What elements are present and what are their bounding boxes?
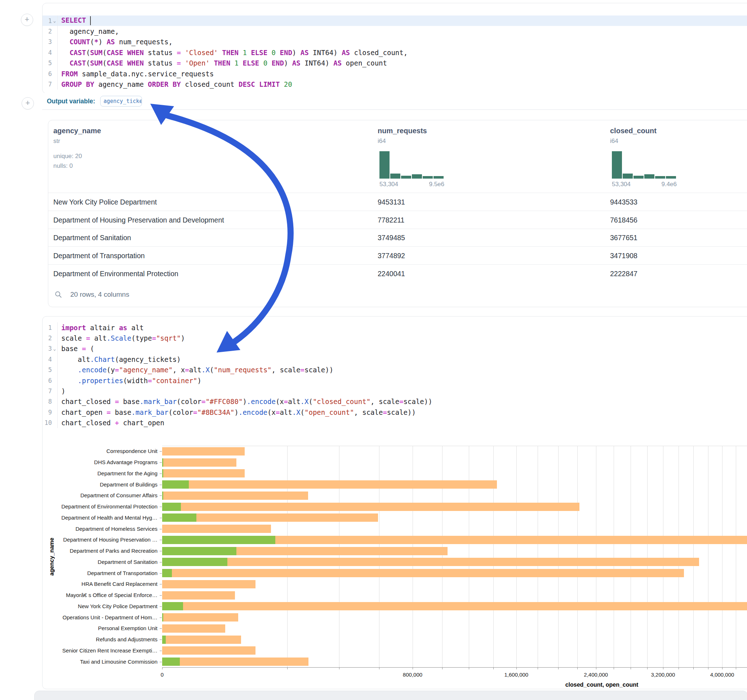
line-number: 3 xyxy=(42,38,52,45)
y-tick-label: Refunds and Adjustments xyxy=(42,636,157,643)
bar-closed-count xyxy=(162,459,236,467)
y-tick xyxy=(160,451,162,451)
y-axis-title-text: agency_name xyxy=(48,538,55,576)
y-tick xyxy=(160,495,162,496)
next-cell-preview[interactable] xyxy=(34,691,747,700)
table-row[interactable]: Department of Transportation377489234719… xyxy=(48,246,747,265)
line-number: 5 xyxy=(42,59,52,66)
python-cell: 1import altair as alt2scale = alt.Scale(… xyxy=(42,316,747,689)
bar-open-count xyxy=(162,536,275,544)
histogram-bar xyxy=(666,176,676,179)
table-row[interactable]: Department of Housing Preservation and D… xyxy=(48,211,747,229)
bar-open-count xyxy=(162,635,166,644)
code-line[interactable]: 1⌄SELECT xyxy=(42,15,747,26)
sql-editor[interactable]: 1⌄SELECT 2 agency_name,3 COUNT(*) AS num… xyxy=(42,15,747,90)
column-header[interactable]: closed_count xyxy=(610,127,656,135)
y-tick-label: Operations Unit - Department of Hom… xyxy=(42,614,157,620)
histogram-min-label: 53,304 xyxy=(612,181,631,188)
bar-closed-count xyxy=(162,492,308,500)
cell-agency-name: New York City Police Department xyxy=(53,198,157,206)
line-number: 1 xyxy=(42,17,52,24)
code-line[interactable]: 4 CAST(SUM(CASE WHEN status = 'Closed' T… xyxy=(42,47,747,57)
bar-closed-count xyxy=(162,569,684,577)
chart-gridline xyxy=(442,446,443,667)
output-variable-bar: Output variable: agency_tickets xyxy=(42,93,747,110)
code-line[interactable]: 7GROUP BY agency_name ORDER BY closed_co… xyxy=(42,79,747,89)
y-tick-label: Department of Health and Mental Hyg… xyxy=(42,514,157,520)
add-cell-button[interactable]: + xyxy=(22,97,34,109)
x-tick-label: 0 xyxy=(161,671,163,678)
bar-open-count xyxy=(162,459,163,467)
code-line[interactable]: 2 agency_name, xyxy=(42,26,747,36)
cell-num-requests: 9453131 xyxy=(378,198,405,206)
column-stat: nulls: 0 xyxy=(53,162,73,170)
bar-closed-count xyxy=(162,613,238,622)
histogram-bar xyxy=(655,176,665,179)
y-tick-label: Department of Consumer Affairs xyxy=(42,492,157,498)
cell-closed-count: 9443533 xyxy=(610,198,637,206)
column-header[interactable]: num_requests xyxy=(378,127,427,135)
bar-closed-count xyxy=(162,591,235,599)
y-axis-title: agency_name xyxy=(45,446,58,667)
bar-open-count xyxy=(162,658,180,666)
table-row[interactable]: New York City Police Department945313194… xyxy=(48,193,747,211)
histogram-max-label: 9.4e6 xyxy=(655,181,677,188)
x-tick-label: 3,200,000 xyxy=(651,671,675,678)
cell-closed-count: 2222847 xyxy=(610,270,637,278)
x-tick-label: 2,400,000 xyxy=(584,671,608,678)
y-tick xyxy=(160,662,162,662)
code-line[interactable]: 5 CAST(SUM(CASE WHEN status = 'Open' THE… xyxy=(42,58,747,68)
y-tick-label: Department of Sanitation xyxy=(42,559,157,565)
chart-gridline xyxy=(469,446,469,667)
cell-num-requests: 3749485 xyxy=(378,234,405,242)
sql-cell: 1⌄SELECT 2 agency_name,3 COUNT(*) AS num… xyxy=(42,3,747,94)
y-tick xyxy=(160,595,162,596)
y-tick xyxy=(160,640,162,640)
histogram-bar xyxy=(623,173,633,179)
code-line[interactable]: 3 COUNT(*) AS num_requests, xyxy=(42,37,747,47)
x-tick-label: 800,000 xyxy=(403,671,422,678)
plot-top-border xyxy=(162,446,747,446)
bar-open-count xyxy=(162,547,236,555)
y-tick-label: Department of Environmental Protection xyxy=(42,503,157,510)
column-type: i64 xyxy=(378,137,386,145)
table-row[interactable]: Department of Sanitation37494853677651 xyxy=(48,229,747,247)
bar-open-count xyxy=(162,558,227,566)
fold-chevron-icon[interactable]: ⌄ xyxy=(52,18,57,23)
column-type: i64 xyxy=(610,137,618,145)
output-variable-label: Output variable: xyxy=(47,98,95,105)
y-tick-label: Department of Buildings xyxy=(42,481,157,487)
y-tick xyxy=(160,540,162,540)
bar-closed-count xyxy=(162,658,308,666)
output-variable-pill[interactable]: agency_tickets xyxy=(100,96,142,107)
y-tick xyxy=(160,584,162,584)
line-number: 2 xyxy=(42,28,52,35)
table-row[interactable]: Department of Environmental Protection22… xyxy=(48,264,747,283)
bar-closed-count xyxy=(162,503,579,511)
chart-gridline xyxy=(614,446,614,667)
chart-gridline xyxy=(516,446,517,667)
histogram-bar xyxy=(412,174,422,179)
y-tick-label: Department of Housing Preservation … xyxy=(42,537,157,543)
bar-open-count xyxy=(162,469,163,477)
column-header[interactable]: agency_name xyxy=(53,127,101,135)
cell-agency-name: Department of Transportation xyxy=(53,252,145,260)
chart-gridline xyxy=(558,446,558,667)
chart-gridline xyxy=(647,446,647,667)
histogram-bar xyxy=(612,151,622,179)
histogram-bar xyxy=(423,176,433,179)
x-axis-title: closed_count, open_count xyxy=(494,682,710,688)
bar-closed-count xyxy=(162,558,699,566)
histogram-min-label: 53,304 xyxy=(380,181,398,188)
add-cell-button[interactable]: + xyxy=(21,14,33,26)
code-line[interactable]: 6FROM sample_data.nyc.service_requests xyxy=(42,68,747,79)
bar-closed-count xyxy=(162,447,245,456)
y-tick-label: Personal Exemption Unit xyxy=(42,625,157,631)
bar-open-count xyxy=(162,602,183,610)
cell-closed-count: 3677651 xyxy=(610,234,637,242)
y-tick xyxy=(160,628,162,629)
search-icon[interactable] xyxy=(54,291,62,299)
cell-num-requests: 2240041 xyxy=(378,270,405,278)
altair-chart: 0800,0001,600,0002,400,0003,200,0004,000… xyxy=(42,317,747,689)
y-tick xyxy=(160,529,162,530)
